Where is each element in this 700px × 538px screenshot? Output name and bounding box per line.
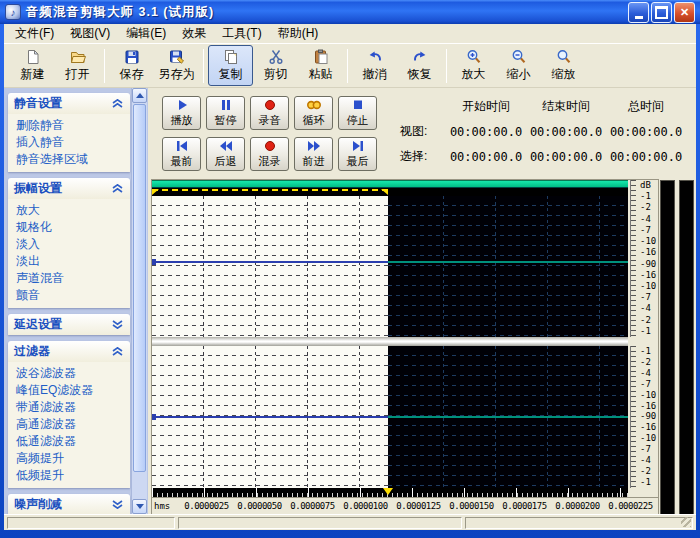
view-row-label: 视图:	[400, 123, 446, 140]
channel-divider[interactable]	[152, 337, 628, 346]
sidebar-item-lowpass-filter[interactable]: 低通滤波器	[16, 433, 128, 450]
view-end-time: 00:00:00.0	[526, 125, 606, 139]
copy-button[interactable]: 复制	[208, 45, 253, 86]
zoom-in-icon	[466, 49, 482, 65]
db-unit-label: dB	[640, 181, 658, 190]
go-end-button[interactable]: 最后	[338, 137, 377, 171]
open-button[interactable]: 打开	[55, 45, 100, 86]
sidebar-item-insert-silence[interactable]: 插入静音	[16, 134, 128, 151]
paste-button[interactable]: 粘贴	[298, 45, 343, 86]
save-button[interactable]: 保存	[109, 45, 154, 86]
overview-bar[interactable]	[152, 180, 628, 188]
menu-view[interactable]: 视图(V)	[62, 23, 118, 44]
stop-icon	[351, 99, 365, 112]
record-icon	[263, 99, 277, 112]
total-time-header: 总时间	[606, 98, 686, 115]
panel-noise-reduction: 噪声削减	[8, 494, 130, 514]
sidebar-scrollbar[interactable]	[131, 88, 147, 514]
panel-header-silence[interactable]: 静音设置	[8, 93, 130, 114]
sidebar-item-high-boost[interactable]: 高频提升	[16, 450, 128, 467]
pause-button[interactable]: 暂停	[206, 96, 245, 130]
forward-button[interactable]: 前进	[294, 137, 333, 171]
zoom-button[interactable]: 缩放	[541, 45, 586, 86]
selection-row-label: 选择:	[400, 148, 446, 165]
close-button[interactable]: ✕	[674, 2, 695, 23]
menu-bar: 文件(F) 视图(V) 编辑(E) 效果 工具(T) 帮助(H)	[4, 24, 696, 43]
statusbar-pane	[7, 517, 175, 529]
zoom-out-icon	[511, 49, 527, 65]
rewind-icon	[219, 140, 233, 153]
menu-edit[interactable]: 编辑(E)	[118, 23, 174, 44]
panel-amplitude-settings: 振幅设置 放大 规格化 淡入 淡出 声道混音 颤音	[8, 178, 130, 308]
time-ruler[interactable]	[152, 488, 628, 497]
menu-effects[interactable]: 效果	[174, 23, 214, 44]
view-total-time: 00:00:00.0	[606, 125, 686, 139]
transport-controls: 播放 暂停 录音 循环	[162, 96, 377, 171]
sidebar-item-bandpass-filter[interactable]: 带通滤波器	[16, 399, 128, 416]
toolbar-separator	[104, 49, 105, 83]
sidebar-item-peak-eq-filter[interactable]: 峰值EQ滤波器	[16, 382, 128, 399]
sidebar-item-fade-in[interactable]: 淡入	[16, 236, 128, 253]
sidebar-item-normalize[interactable]: 规格化	[16, 219, 128, 236]
maximize-icon	[652, 3, 671, 22]
selection-range-marker[interactable]	[152, 189, 388, 195]
panel-silence-settings: 静音设置 删除静音 插入静音 静音选择区域	[8, 93, 130, 172]
sidebar-item-notch-filter[interactable]: 波谷滤波器	[16, 365, 128, 382]
menu-help[interactable]: 帮助(H)	[270, 23, 327, 44]
status-bar	[4, 514, 696, 530]
sidebar-item-tremolo[interactable]: 颤音	[16, 287, 128, 304]
menu-file[interactable]: 文件(F)	[7, 23, 62, 44]
undo-button[interactable]: 撤消	[352, 45, 397, 86]
window-title: 音频混音剪辑大师 3.1 (试用版)	[26, 4, 214, 21]
start-time-header: 开始时间	[446, 98, 526, 115]
main-area: 播放 暂停 录音 循环	[148, 88, 696, 514]
new-button[interactable]: 新建	[10, 45, 55, 86]
title-bar[interactable]: ♪ 音频混音剪辑大师 3.1 (试用版) ✕	[0, 0, 700, 24]
sidebar-item-silence-selection[interactable]: 静音选择区域	[16, 151, 128, 168]
toolbar: 新建 打开 保存 另存为 复制 剪切	[4, 43, 696, 88]
mix-record-button[interactable]: 混录	[250, 137, 289, 171]
waveform-editor[interactable]: dB -1 -2 -4 -7 -10 -16 -90 -16 -10 -7 -4…	[152, 180, 658, 514]
waveform-channel-left[interactable]	[152, 196, 628, 337]
chevron-up-icon	[111, 347, 124, 356]
selected-region[interactable]	[152, 196, 388, 337]
play-button[interactable]: 播放	[162, 96, 201, 130]
panel-header-amplitude[interactable]: 振幅设置	[8, 178, 130, 199]
panel-header-filters[interactable]: 过滤器	[8, 341, 130, 362]
cut-button[interactable]: 剪切	[253, 45, 298, 86]
loop-button[interactable]: 循环	[294, 96, 333, 130]
resize-grip-icon[interactable]	[681, 517, 691, 527]
sidebar-item-delete-silence[interactable]: 删除静音	[16, 117, 128, 134]
record-button[interactable]: 录音	[250, 96, 289, 130]
sidebar-item-channel-mix[interactable]: 声道混音	[16, 270, 128, 287]
scrollbar-thumb[interactable]	[133, 104, 146, 472]
maximize-button[interactable]	[651, 2, 672, 23]
save-as-button[interactable]: 另存为	[154, 45, 199, 86]
sidebar-item-amplify[interactable]: 放大	[16, 202, 128, 219]
menu-tools[interactable]: 工具(T)	[214, 23, 269, 44]
scroll-up-button[interactable]	[132, 88, 147, 103]
zero-line	[152, 416, 628, 418]
sidebar-item-fade-out[interactable]: 淡出	[16, 253, 128, 270]
selection-start-time: 00:00:00.0	[446, 150, 526, 164]
panel-header-noise[interactable]: 噪声削减	[8, 494, 130, 514]
minimize-button[interactable]	[628, 2, 649, 23]
stop-button[interactable]: 停止	[338, 96, 377, 130]
go-start-button[interactable]: 最前	[162, 137, 201, 171]
redo-button[interactable]: 恢复	[397, 45, 442, 86]
save-as-icon	[169, 49, 185, 65]
waveform-channel-right[interactable]	[152, 346, 628, 488]
rewind-button[interactable]: 后退	[206, 137, 245, 171]
scroll-down-button[interactable]	[132, 499, 147, 514]
panel-header-delay[interactable]: 延迟设置	[8, 314, 130, 335]
unselected-region[interactable]	[388, 196, 628, 337]
sidebar-item-highpass-filter[interactable]: 高通滤波器	[16, 416, 128, 433]
pause-icon	[219, 99, 233, 112]
forward-icon	[307, 140, 321, 153]
sidebar-item-low-boost[interactable]: 低频提升	[16, 467, 128, 484]
end-time-header: 结束时间	[526, 98, 606, 115]
zoom-in-button[interactable]: 放大	[451, 45, 496, 86]
zoom-out-button[interactable]: 缩小	[496, 45, 541, 86]
toolbar-separator	[347, 49, 348, 83]
toolbar-separator	[446, 49, 447, 83]
